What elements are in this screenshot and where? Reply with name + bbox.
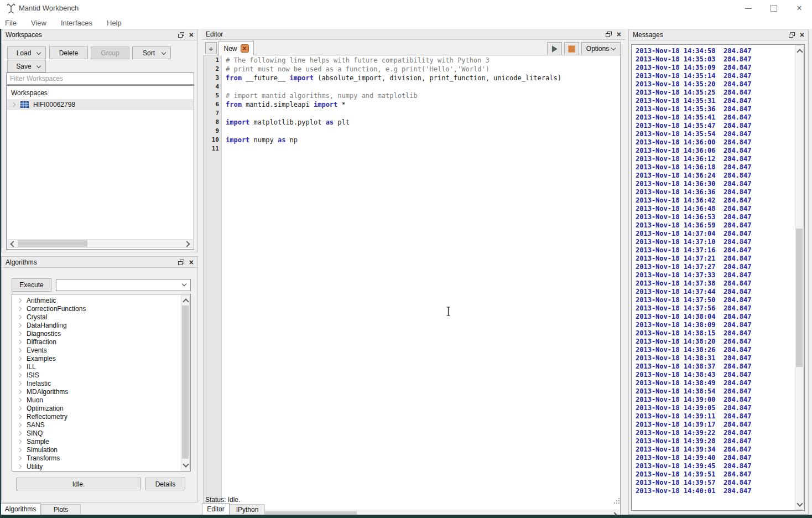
code-line[interactable]: 6from mantid.simpleapi import * — [204, 100, 620, 109]
expand-chevron-icon[interactable] — [17, 339, 22, 344]
workspaces-tree-root[interactable]: Workspaces — [11, 88, 48, 98]
code-line[interactable]: 7 — [204, 109, 620, 118]
dock-tab-algorithms[interactable]: Algorithms — [0, 503, 41, 515]
expand-chevron-icon[interactable] — [17, 314, 22, 319]
algorithm-category-diagnostics[interactable]: Diagnostics — [13, 329, 180, 338]
delete-button[interactable]: Delete — [49, 46, 88, 59]
close-button[interactable]: × — [787, 0, 812, 17]
options-button[interactable]: Options — [581, 42, 621, 55]
code-line[interactable]: 11 — [204, 144, 620, 153]
expand-chevron-icon[interactable] — [17, 397, 22, 402]
algorithm-category-simulation[interactable]: Simulation — [13, 446, 180, 454]
dock-tab-ipython[interactable]: IPython — [230, 504, 265, 515]
code-line[interactable]: 1# The following line helps with future … — [204, 56, 620, 65]
menu-item-interfaces[interactable]: Interfaces — [61, 19, 92, 27]
maximize-button[interactable] — [761, 0, 787, 17]
code-line[interactable]: 10import numpy as np — [204, 136, 620, 144]
algorithm-category-examples[interactable]: Examples — [13, 354, 180, 362]
algorithm-category-ill[interactable]: ILL — [13, 362, 180, 371]
dock-tab-plots[interactable]: Plots — [41, 504, 81, 515]
dock-tab-editor[interactable]: Editor — [202, 503, 230, 515]
algorithms-vscrollbar[interactable] — [181, 295, 190, 470]
filter-workspaces-input[interactable] — [6, 72, 194, 85]
algorithm-category-sans[interactable]: SANS — [13, 421, 180, 429]
expand-chevron-icon[interactable] — [17, 348, 22, 352]
code-line[interactable]: 3from __future__ import (absolute_import… — [204, 74, 620, 82]
algorithm-category-events[interactable]: Events — [13, 346, 180, 354]
scrollbar-thumb[interactable] — [796, 229, 803, 367]
float-panel-icon[interactable] — [178, 260, 184, 265]
expand-chevron-icon[interactable] — [17, 431, 22, 435]
float-panel-icon[interactable] — [606, 32, 612, 37]
load-button[interactable]: Load — [7, 46, 46, 59]
scroll-up-icon[interactable] — [795, 46, 804, 55]
sort-button[interactable]: Sort — [132, 46, 171, 59]
expand-chevron-icon[interactable] — [17, 323, 22, 327]
float-panel-icon[interactable] — [178, 32, 184, 38]
algorithm-category-datahandling[interactable]: DataHandling — [13, 321, 180, 329]
scroll-down-icon[interactable] — [181, 461, 190, 469]
close-panel-icon[interactable]: × — [800, 32, 804, 38]
close-panel-icon[interactable]: × — [189, 32, 194, 38]
scroll-left-icon[interactable] — [8, 240, 17, 248]
new-tab-button[interactable]: + — [205, 42, 217, 54]
menu-item-help[interactable]: Help — [107, 19, 122, 27]
algorithm-category-inelastic[interactable]: Inelastic — [13, 379, 180, 387]
execute-button[interactable]: Execute — [12, 278, 51, 292]
algorithm-category-sample[interactable]: Sample — [13, 437, 180, 446]
algorithm-category-crystal[interactable]: Crystal — [13, 313, 180, 321]
expand-chevron-icon[interactable] — [17, 372, 22, 377]
close-panel-icon[interactable]: × — [189, 259, 194, 266]
code-editor[interactable]: 1# The following line helps with future … — [204, 55, 621, 518]
abort-button[interactable] — [564, 42, 579, 55]
expand-chevron-icon[interactable] — [17, 381, 22, 385]
algorithm-category-arithmetic[interactable]: Arithmetic — [13, 296, 180, 304]
expand-chevron-icon[interactable] — [17, 455, 22, 460]
expand-chevron-icon[interactable] — [17, 439, 22, 443]
expand-chevron-icon[interactable] — [17, 356, 22, 360]
scroll-down-icon[interactable] — [795, 500, 804, 509]
editor-tab-new[interactable]: New ✕ — [218, 41, 254, 55]
algorithm-category-muon[interactable]: Muon — [13, 396, 180, 404]
expand-chevron-icon[interactable] — [17, 364, 22, 369]
close-panel-icon[interactable]: × — [617, 31, 621, 38]
workspaces-hscrollbar[interactable] — [8, 239, 192, 248]
scroll-right-icon[interactable] — [184, 240, 192, 248]
code-line[interactable]: 9 — [204, 127, 620, 136]
save-button[interactable]: Save — [7, 60, 46, 72]
expand-chevron-icon[interactable] — [17, 306, 22, 310]
code-line[interactable]: 2# print must now be used as a function,… — [204, 65, 620, 74]
details-button[interactable]: Details — [145, 478, 185, 490]
messages-log[interactable]: 2013-Nov-18 14:34:58 284.8472013-Nov-18 … — [631, 44, 805, 511]
code-line[interactable]: 5# import mantid algorithms, numpy and m… — [204, 91, 620, 100]
group-button[interactable]: Group — [91, 46, 129, 59]
algorithm-category-correctionfunctions[interactable]: CorrectionFunctions — [13, 304, 180, 313]
expand-chevron-icon[interactable] — [17, 389, 22, 393]
algorithm-category-mdalgorithms[interactable]: MDAlgorithms — [13, 387, 180, 396]
expand-chevron-icon[interactable] — [17, 447, 22, 452]
algorithm-category-utility[interactable]: Utility — [13, 462, 180, 470]
scrollbar-thumb[interactable] — [18, 240, 87, 247]
menu-item-view[interactable]: View — [31, 19, 46, 27]
code-line[interactable]: 4 — [204, 82, 620, 91]
run-button[interactable] — [547, 42, 562, 55]
algorithm-category-transforms[interactable]: Transforms — [13, 454, 180, 462]
algorithm-category-sinq[interactable]: SINQ — [13, 429, 180, 437]
workspace-item[interactable]: HIFI00062798 — [7, 99, 193, 110]
algorithm-category-reflectometry[interactable]: Reflectometry — [13, 412, 180, 421]
algorithm-select-combobox[interactable] — [56, 279, 191, 291]
expand-chevron-icon[interactable] — [17, 414, 22, 418]
code-line[interactable]: 8import matplotlib.pyplot as plt — [204, 118, 620, 127]
expand-chevron-icon[interactable] — [17, 464, 22, 468]
expand-chevron-icon[interactable] — [17, 406, 22, 410]
expand-chevron-icon[interactable] — [17, 298, 22, 302]
messages-vscrollbar[interactable] — [795, 45, 804, 510]
algorithm-category-isis[interactable]: ISIS — [13, 371, 180, 379]
scrollbar-thumb[interactable] — [182, 305, 189, 459]
close-tab-icon[interactable]: ✕ — [241, 44, 249, 53]
expand-chevron-icon[interactable] — [17, 331, 22, 335]
menu-item-file[interactable]: File — [5, 19, 17, 27]
expand-chevron-icon[interactable] — [17, 422, 22, 427]
expand-chevron-icon[interactable] — [11, 102, 15, 107]
algorithm-category-optimization[interactable]: Optimization — [13, 404, 180, 412]
